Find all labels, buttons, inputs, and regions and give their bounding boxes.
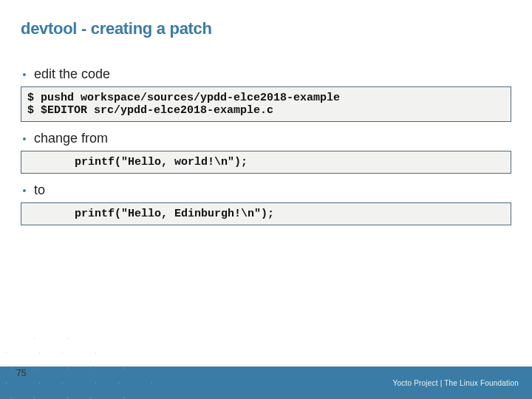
slide-content: • edit the code $ pushd workspace/source…	[21, 59, 511, 234]
slide-title: devtool - creating a patch	[21, 19, 212, 38]
bullet-text: change from	[34, 131, 108, 146]
code-block-after: printf("Hello, Edinburgh!\n");	[21, 202, 511, 225]
bullet-item: • to	[21, 183, 511, 198]
slide: devtool - creating a patch • edit the co…	[0, 0, 532, 399]
bullet-dot-icon: •	[21, 68, 28, 81]
bullet-item: • edit the code	[21, 66, 511, 82]
bullet-dot-icon: •	[21, 184, 28, 197]
footer-text: Yocto Project | The Linux Foundation	[393, 379, 519, 387]
code-block-before: printf("Hello, world!\n");	[21, 151, 511, 174]
hexagon-background	[0, 301, 200, 399]
bullet-dot-icon: •	[21, 132, 28, 146]
code-block-commands: $ pushd workspace/sources/ypdd-elce2018-…	[21, 86, 511, 122]
bullet-item: • change from	[21, 131, 511, 146]
bullet-text: to	[34, 183, 45, 198]
bullet-text: edit the code	[34, 66, 110, 82]
page-number: 75	[16, 368, 26, 378]
